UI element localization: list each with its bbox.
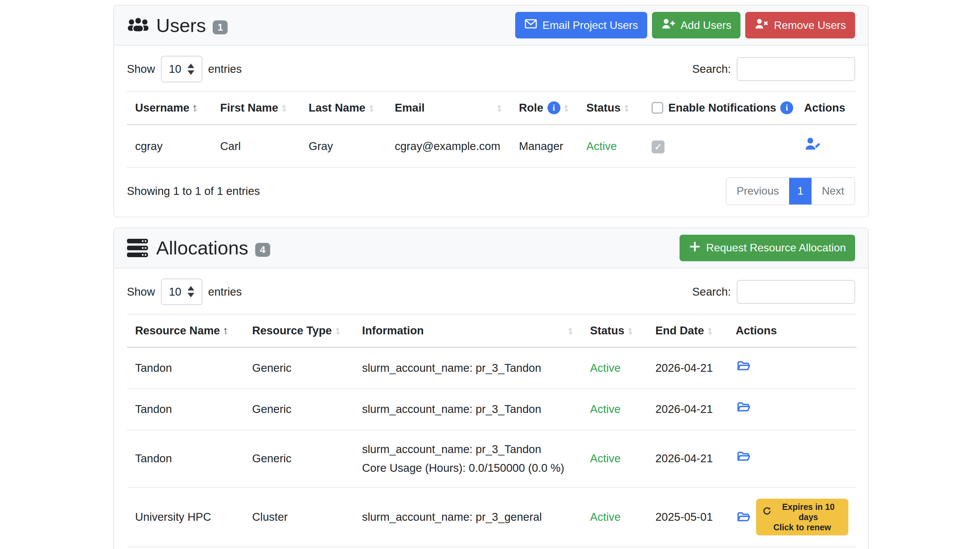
folder-open-icon[interactable]	[736, 449, 751, 463]
folder-open-icon[interactable]	[736, 510, 751, 524]
allocations-col-end-date[interactable]: End Date ↑↓	[647, 314, 727, 347]
cell-actions	[727, 347, 856, 389]
plus-icon	[689, 241, 701, 255]
allocations-col-information[interactable]: Information ↑↓	[354, 314, 582, 347]
allocations-search-input[interactable]	[737, 280, 855, 304]
cell-enable-notifications: ✓	[643, 124, 796, 167]
cell-actions	[727, 430, 856, 488]
current-page-button[interactable]: 1	[789, 178, 811, 205]
search-label: Search:	[692, 63, 731, 76]
cell-resource-type: Generic	[244, 430, 354, 488]
allocations-search-control: Search:	[692, 280, 855, 304]
allocations-panel-header: Allocations 4 Request Resource Allocatio…	[114, 228, 868, 268]
allocations-col-resource-type[interactable]: Resource Type ↑↓	[244, 314, 354, 347]
users-col-email[interactable]: Email ↑↓	[387, 92, 511, 124]
show-label: Show	[127, 286, 155, 298]
entries-label: entries	[208, 63, 242, 76]
cell-resource-type: Generic	[244, 347, 354, 389]
users-col-enable-notifications: Enable Notifications i	[643, 92, 796, 124]
users-panel-body: Show 10 entries Search:	[114, 46, 868, 217]
user-edit-icon[interactable]	[804, 136, 821, 152]
users-table-row: cgray Carl Gray cgray@example.com Manage…	[127, 124, 856, 167]
users-search-input[interactable]	[737, 57, 855, 81]
cell-status: Active	[582, 430, 647, 488]
sort-icon: ↑↓	[563, 102, 570, 114]
cell-email: cgray@example.com	[387, 124, 511, 167]
remove-users-button[interactable]: Remove Users	[745, 12, 855, 38]
allocations-page-size-control: Show 10 entries	[127, 279, 242, 305]
users-title-text: Users	[156, 14, 206, 36]
core-usage-line: Core Usage (Hours): 0.0/150000 (0.0 %)	[362, 460, 574, 476]
allocation-row: University HPC Cluster slurm_account_nam…	[127, 487, 856, 547]
cell-last-name: Gray	[301, 124, 387, 167]
cell-status: Active	[582, 347, 647, 389]
allocations-table-header-row: Resource Name ↑↓ Resource Type ↑↓ Inform…	[127, 314, 856, 347]
allocations-page-size-select[interactable]: 10	[161, 279, 202, 305]
users-page-size-select[interactable]: 10	[161, 56, 202, 83]
cell-information: slurm_account_name: pr_3_general	[354, 487, 582, 547]
select-all-notifications-checkbox[interactable]	[652, 102, 663, 114]
add-users-button[interactable]: Add Users	[652, 12, 740, 38]
users-panel-header: Users 1 Email Project Users	[114, 5, 868, 46]
cell-information: slurm_account_name: pr_3_Tandon Core Usa…	[354, 430, 582, 488]
envelope-icon	[524, 17, 537, 33]
sort-icon: ↑↓	[281, 102, 288, 114]
next-page-button[interactable]: Next	[811, 178, 854, 205]
email-project-users-button[interactable]: Email Project Users	[515, 12, 647, 38]
cell-actions: Expires in 10 days Click to renew	[727, 487, 856, 547]
request-resource-allocation-button[interactable]: Request Resource Allocation	[679, 235, 855, 261]
allocation-row: Tandon Generic slurm_account_name: pr_3_…	[127, 430, 856, 488]
sort-icon: ↑↓	[707, 325, 713, 337]
users-col-status[interactable]: Status ↑↓	[578, 92, 643, 124]
cell-information: slurm_account_name: pr_3_Tandon	[354, 347, 582, 389]
sort-icon: ↑↓	[334, 325, 341, 337]
cell-first-name: Carl	[212, 124, 301, 167]
allocations-col-resource-name[interactable]: Resource Name ↑↓	[127, 314, 244, 347]
users-col-last-name[interactable]: Last Name ↑↓	[301, 92, 387, 124]
users-page-size-control: Show 10 entries	[127, 56, 242, 83]
cell-end-date: 2026-04-21	[647, 430, 727, 488]
cell-username: cgray	[127, 124, 212, 167]
folder-open-icon[interactable]	[736, 400, 751, 414]
role-info-icon[interactable]: i	[547, 102, 560, 114]
cell-resource-name: Tandon	[127, 347, 244, 389]
user-times-icon	[754, 17, 769, 33]
notifications-info-icon[interactable]: i	[780, 102, 793, 114]
cell-information: slurm_account_name: pr_3_Tandon	[354, 389, 582, 430]
allocations-table: Resource Name ↑↓ Resource Type ↑↓ Inform…	[127, 314, 856, 547]
cell-resource-name: Tandon	[127, 430, 244, 488]
expiry-renew-badge[interactable]: Expires in 10 days Click to renew	[756, 499, 848, 535]
users-col-first-name[interactable]: First Name ↑↓	[212, 92, 301, 124]
users-col-username[interactable]: Username ↑↓	[127, 92, 212, 124]
previous-page-button[interactable]: Previous	[727, 178, 789, 205]
allocations-col-actions: Actions	[727, 314, 856, 347]
users-col-role[interactable]: Role i ↑↓	[511, 92, 578, 124]
allocations-title-text: Allocations	[156, 237, 248, 259]
show-label: Show	[127, 63, 155, 76]
allocations-panel-title: Allocations 4	[127, 237, 270, 259]
users-icon	[127, 16, 150, 35]
users-panel: Users 1 Email Project Users	[113, 5, 869, 217]
cell-end-date: 2025-05-01	[647, 487, 727, 547]
sort-icon: ↑↓	[496, 102, 503, 114]
cell-resource-name: Tandon	[127, 389, 244, 430]
folder-open-icon[interactable]	[736, 359, 751, 373]
cell-role: Manager	[511, 124, 578, 167]
page-container: Users 1 Email Project Users	[113, 5, 869, 549]
cell-status: Active	[582, 487, 647, 547]
allocations-count-badge: 4	[255, 243, 270, 257]
cell-actions	[796, 124, 856, 167]
users-table: Username ↑↓ First Name ↑↓ Last Name ↑↓	[127, 91, 856, 168]
entries-label: entries	[208, 286, 242, 298]
cell-resource-type: Generic	[244, 389, 354, 430]
search-label: Search:	[692, 286, 731, 298]
users-pagination: Previous 1 Next	[726, 177, 855, 205]
users-panel-title: Users 1	[127, 14, 228, 36]
users-summary: Showing 1 to 1 of 1 entries	[127, 185, 260, 198]
allocations-panel: Allocations 4 Request Resource Allocatio…	[113, 228, 869, 549]
users-actions-toolbar: Email Project Users Add Users	[515, 12, 855, 38]
sort-icon: ↑↓	[627, 325, 633, 337]
sort-icon: ↑↓	[567, 325, 574, 337]
allocations-col-status[interactable]: Status ↑↓	[582, 314, 647, 347]
cell-end-date: 2026-04-21	[647, 347, 727, 389]
